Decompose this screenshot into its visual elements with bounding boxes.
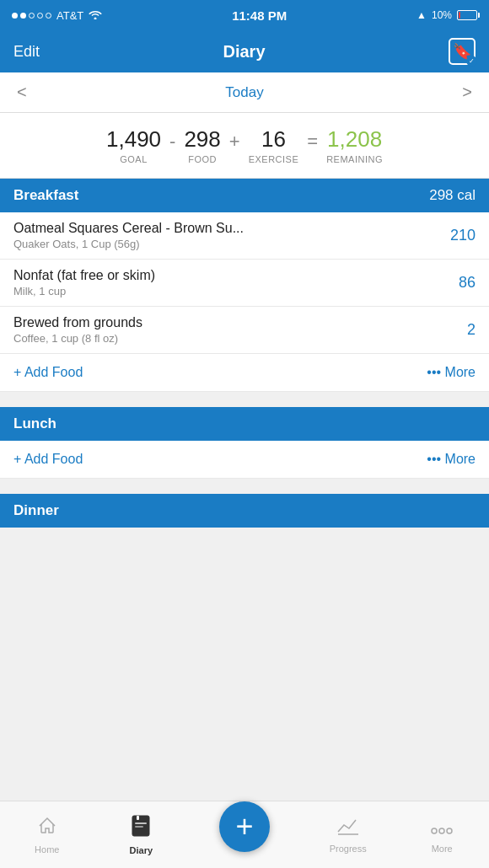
breakfast-header: Breakfast 298 cal [0,179,489,212]
tab-add[interactable]: + [188,818,301,852]
dinner-name: Dinner [13,502,59,519]
food-label: FOOD [184,154,220,164]
exercise-label: EXERCISE [249,154,299,164]
dinner-header: Dinner [0,494,489,528]
goal-value: 1,490 [106,126,161,153]
food-name-1: Oatmeal Squares Cereal - Brown Su... [13,221,442,236]
spacer-1 [0,392,489,407]
status-right: ▲ 10% [416,9,477,21]
food-item: 298 FOOD [184,126,220,164]
remaining-item: 1,208 REMAINING [326,126,383,164]
status-time: 11:48 PM [232,8,287,23]
exercise-item: 16 EXERCISE [249,126,299,164]
spacer-2 [0,479,489,494]
plus-op: + [229,131,240,161]
svg-point-5 [432,828,437,833]
remaining-value: 1,208 [326,126,383,153]
food-detail-2: Milk, 1 cup [13,285,442,297]
breakfast-more-button[interactable]: ••• More [427,365,476,380]
remaining-label: REMAINING [326,154,383,164]
status-left: AT&T [12,9,102,22]
food-item-3[interactable]: Brewed from grounds Coffee, 1 cup (8 fl … [0,307,489,354]
lunch-add-food-button[interactable]: + Add Food [13,452,83,467]
svg-point-6 [439,828,444,833]
goal-item: 1,490 GOAL [106,126,161,164]
tab-more[interactable]: More [395,817,489,854]
svg-rect-1 [137,816,139,820]
edit-button[interactable]: Edit [13,43,40,61]
dinner-section: Dinner [0,494,489,528]
breakfast-section: Breakfast 298 cal Oatmeal Squares Cereal… [0,179,489,392]
svg-rect-3 [135,826,143,828]
food-item-2[interactable]: Nonfat (fat free or skim) Milk, 1 cup 86 [0,260,489,307]
carrier-label: AT&T [56,9,83,22]
food-detail-1: Quaker Oats, 1 Cup (56g) [13,238,442,250]
food-detail-3: Coffee, 1 cup (8 fl oz) [13,332,442,345]
lunch-more-button[interactable]: ••• More [427,452,476,467]
tab-diary[interactable]: Diary [94,815,189,855]
battery-label: 10% [432,9,452,21]
more-label: More [432,844,453,854]
diary-label: Diary [130,845,153,855]
progress-icon [337,817,359,840]
nav-title: Diary [223,42,266,62]
lunch-name: Lunch [13,415,56,432]
breakfast-name: Breakfast [13,187,79,204]
tab-bar: Home Diary + Progress [0,801,489,868]
food-cal-2: 86 [442,274,476,292]
nav-bar: Edit Diary 🔖 ✓ [0,30,489,72]
location-icon: ▲ [416,9,427,21]
minus-op: - [169,131,175,161]
food-item-1[interactable]: Oatmeal Squares Cereal - Brown Su... Qua… [0,212,489,260]
exercise-value: 16 [249,126,299,153]
breakfast-add-row: + Add Food ••• More [0,354,489,392]
calorie-summary: 1,490 GOAL - 298 FOOD + 16 EXERCISE = 1,… [0,113,489,179]
equals-op: = [307,131,318,161]
date-label[interactable]: Today [225,84,263,101]
check-badge: ✓ [466,56,477,67]
home-label: Home [35,844,59,855]
save-icon-button[interactable]: 🔖 ✓ [449,38,476,65]
diary-icon [132,815,150,842]
svg-point-7 [447,828,452,833]
lunch-header: Lunch [0,407,489,441]
tab-progress[interactable]: Progress [301,817,395,854]
svg-rect-2 [135,822,147,824]
food-name-3: Brewed from grounds [13,315,442,330]
food-value: 298 [184,126,220,153]
lunch-add-row: + Add Food ••• More [0,441,489,479]
status-bar: AT&T 11:48 PM ▲ 10% [0,0,489,30]
battery-icon [457,10,477,20]
lunch-section: Lunch + Add Food ••• More [0,407,489,479]
add-button[interactable]: + [219,801,270,852]
breakfast-cal: 298 cal [429,187,476,204]
add-icon: + [235,812,253,842]
date-nav: < Today > [0,72,489,113]
food-cal-3: 2 [442,321,476,339]
next-date-button[interactable]: > [462,83,472,102]
more-icon [431,817,453,840]
food-name-2: Nonfat (fat free or skim) [13,268,442,283]
wifi-icon [89,9,102,22]
signal-icon [12,13,51,19]
prev-date-button[interactable]: < [17,83,27,102]
home-icon [37,816,57,841]
tab-home[interactable]: Home [0,816,94,855]
food-cal-1: 210 [442,227,476,244]
goal-label: GOAL [106,154,161,164]
breakfast-add-food-button[interactable]: + Add Food [13,365,83,380]
progress-label: Progress [330,844,367,854]
